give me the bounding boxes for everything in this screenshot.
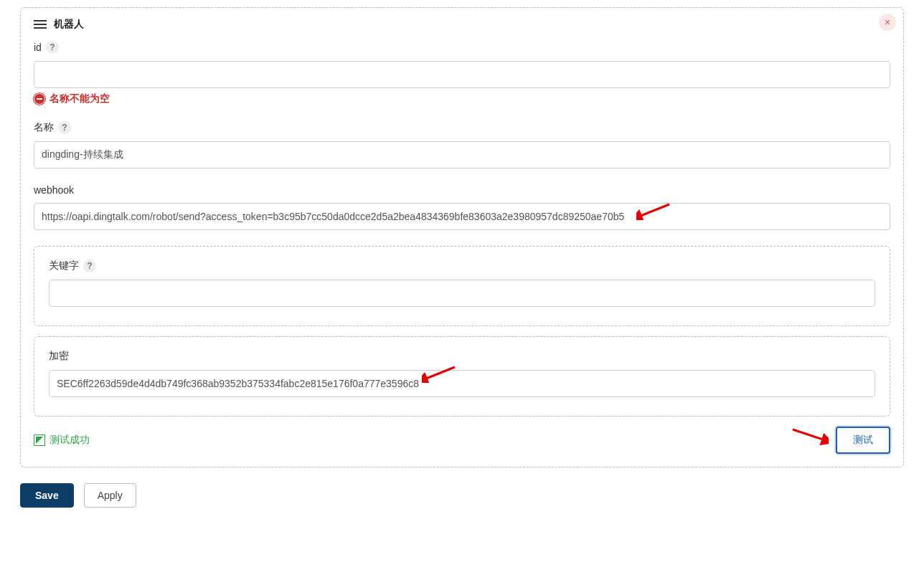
test-success-text: 测试成功 xyxy=(50,434,90,447)
drag-handle-icon[interactable] xyxy=(34,19,47,29)
apply-button[interactable]: Apply xyxy=(84,483,136,508)
id-input[interactable] xyxy=(34,61,890,88)
panel-footer: 测试成功 测试 xyxy=(34,427,890,454)
secret-section: 加密 xyxy=(34,336,890,417)
test-button[interactable]: 测试 xyxy=(836,427,890,454)
help-icon[interactable]: ? xyxy=(83,260,96,272)
secret-input[interactable] xyxy=(49,370,875,397)
error-icon xyxy=(34,93,45,105)
help-icon[interactable]: ? xyxy=(58,121,71,134)
help-icon[interactable]: ? xyxy=(46,41,59,54)
field-secret: 加密 xyxy=(49,350,875,397)
close-icon: × xyxy=(885,17,890,27)
robot-config-panel: 机器人 × id ? 名称不能为空 名称 ? xyxy=(20,7,904,467)
field-webhook: webhook xyxy=(34,184,890,230)
close-button[interactable]: × xyxy=(879,14,896,31)
save-button[interactable]: Save xyxy=(20,483,74,508)
field-id: id ? 名称不能为空 xyxy=(34,41,890,105)
field-keyword: 关键字 ? xyxy=(49,260,875,307)
secret-label: 加密 xyxy=(49,350,69,363)
id-error-text: 名称不能为空 xyxy=(50,92,110,105)
name-input[interactable] xyxy=(34,141,890,168)
annotation-arrow-icon xyxy=(790,427,829,445)
bottom-action-bar: Save Apply xyxy=(20,483,904,508)
keyword-label: 关键字 xyxy=(49,260,79,272)
test-success-status: 测试成功 xyxy=(34,434,90,447)
keyword-section: 关键字 ? xyxy=(34,246,890,326)
id-error: 名称不能为空 xyxy=(34,92,890,105)
image-icon xyxy=(34,434,45,446)
keyword-input[interactable] xyxy=(49,280,875,307)
webhook-input[interactable] xyxy=(34,203,890,230)
field-name: 名称 ? xyxy=(34,121,890,168)
panel-title: 机器人 xyxy=(54,18,84,31)
id-label: id xyxy=(34,42,42,53)
name-label: 名称 xyxy=(34,121,54,134)
panel-header: 机器人 xyxy=(34,18,890,31)
svg-line-5 xyxy=(793,429,823,439)
webhook-label: webhook xyxy=(34,184,74,196)
